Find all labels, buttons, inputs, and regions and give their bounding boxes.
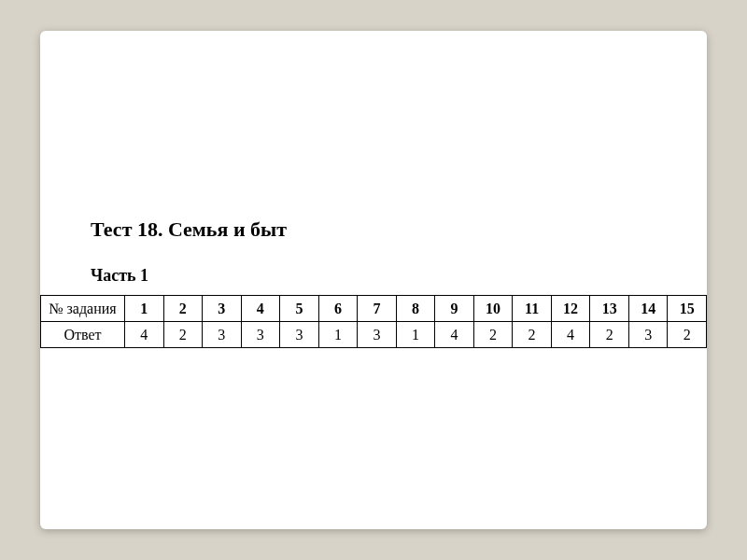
number-cell: 1 — [125, 296, 164, 322]
answer-cell: 2 — [590, 322, 629, 348]
answer-cell: 3 — [628, 322, 668, 348]
number-cell: 7 — [358, 296, 397, 322]
answer-cell: 4 — [435, 322, 474, 348]
answer-cell: 3 — [358, 322, 397, 348]
answer-cell: 4 — [125, 322, 164, 348]
number-cell: 6 — [318, 296, 358, 322]
number-cell: 3 — [203, 296, 242, 322]
table-answer-row: Ответ 4 2 3 3 3 1 3 1 4 2 2 4 2 3 2 — [41, 322, 707, 348]
content-band: Тест 18. Семья и быт Часть 1 № задания 1… — [40, 217, 707, 348]
number-cell: 12 — [551, 296, 590, 322]
number-cell: 2 — [163, 296, 203, 322]
part-label: Часть 1 — [91, 266, 707, 286]
answer-cell: 3 — [241, 322, 280, 348]
answer-cell: 3 — [280, 322, 319, 348]
number-cell: 15 — [668, 296, 707, 322]
answer-cell: 4 — [551, 322, 590, 348]
number-cell: 4 — [241, 296, 280, 322]
answer-cell: 2 — [668, 322, 707, 348]
number-cell: 11 — [513, 296, 552, 322]
answer-cell: 1 — [318, 322, 358, 348]
answer-table: № задания 1 2 3 4 5 6 7 8 9 10 11 12 13 … — [40, 295, 707, 348]
answer-cell: 3 — [203, 322, 242, 348]
answer-cell: 2 — [473, 322, 513, 348]
number-cell: 9 — [435, 296, 474, 322]
answer-cell: 2 — [163, 322, 203, 348]
test-title: Тест 18. Семья и быт — [91, 217, 707, 242]
answer-cell: 2 — [513, 322, 552, 348]
number-cell: 10 — [473, 296, 513, 322]
number-cell: 14 — [628, 296, 668, 322]
answer-label-cell: Ответ — [41, 322, 125, 348]
number-cell: 13 — [590, 296, 629, 322]
document-card: Тест 18. Семья и быт Часть 1 № задания 1… — [40, 31, 707, 529]
answer-table-wrap: № задания 1 2 3 4 5 6 7 8 9 10 11 12 13 … — [40, 295, 707, 348]
header-label-cell: № задания — [41, 296, 125, 322]
number-cell: 5 — [280, 296, 319, 322]
answer-cell: 1 — [396, 322, 435, 348]
number-cell: 8 — [396, 296, 435, 322]
table-header-row: № задания 1 2 3 4 5 6 7 8 9 10 11 12 13 … — [41, 296, 707, 322]
